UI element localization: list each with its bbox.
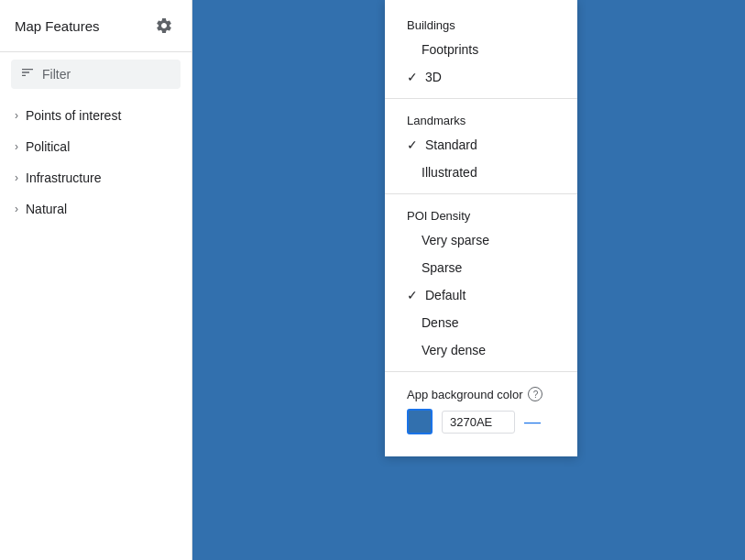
sidebar-item-infrastructure[interactable]: › Infrastructure — [0, 162, 192, 193]
app-bg-section: App background color ? — — [385, 379, 577, 442]
filter-icon — [20, 65, 35, 83]
check-icon-standard: ✓ — [407, 137, 418, 152]
nav-label-political: Political — [26, 139, 70, 154]
color-row: — — [407, 409, 555, 434]
check-icon-3d: ✓ — [407, 70, 418, 84]
sparse-label: Sparse — [422, 260, 462, 275]
color-reset-button[interactable]: — — [524, 413, 541, 430]
standard-label: Standard — [425, 137, 477, 152]
footprints-label: Footprints — [422, 42, 478, 57]
sidebar-item-political[interactable]: › Political — [0, 131, 192, 162]
sidebar: Map Features Filter › Points of interest… — [0, 0, 192, 560]
app-bg-label: App background color — [407, 388, 522, 401]
color-input[interactable] — [442, 411, 515, 434]
check-icon-default: ✓ — [407, 288, 418, 302]
very-sparse-label: Very sparse — [422, 233, 489, 247]
chevron-icon: › — [15, 171, 18, 184]
filter-label: Filter — [42, 67, 71, 82]
filter-bar[interactable]: Filter — [11, 60, 181, 89]
sidebar-title: Map Features — [15, 18, 100, 34]
divider-2 — [385, 193, 577, 194]
section-label-buildings: Buildings — [385, 11, 577, 36]
nav-label-infrastructure: Infrastructure — [26, 170, 101, 185]
menu-item-very-sparse[interactable]: Very sparse — [385, 226, 577, 254]
menu-item-very-dense[interactable]: Very dense — [385, 336, 577, 364]
menu-item-footprints[interactable]: Footprints — [385, 36, 577, 63]
color-swatch[interactable] — [407, 409, 433, 434]
chevron-icon: › — [15, 109, 18, 122]
dense-label: Dense — [422, 315, 458, 330]
chevron-icon: › — [15, 203, 18, 215]
menu-item-standard[interactable]: ✓ Standard — [385, 131, 577, 159]
illustrated-label: Illustrated — [422, 165, 477, 180]
section-label-landmarks: Landmarks — [385, 106, 577, 131]
sidebar-header: Map Features — [0, 0, 192, 52]
chevron-icon: › — [15, 140, 18, 153]
section-label-poi-density: POI Density — [385, 202, 577, 226]
nav-list: › Points of interest › Political › Infra… — [0, 96, 192, 228]
3d-label: 3D — [425, 70, 442, 84]
default-label: Default — [425, 288, 466, 302]
menu-item-illustrated[interactable]: Illustrated — [385, 159, 577, 186]
menu-item-sparse[interactable]: Sparse — [385, 254, 577, 281]
dropdown-panel: Buildings Footprints ✓ 3D Landmarks ✓ St… — [385, 0, 577, 456]
app-bg-label-row: App background color ? — [407, 387, 555, 401]
help-icon[interactable]: ? — [528, 387, 542, 401]
menu-item-dense[interactable]: Dense — [385, 309, 577, 336]
sidebar-item-poi[interactable]: › Points of interest — [0, 100, 192, 131]
sidebar-item-natural[interactable]: › Natural — [0, 193, 192, 225]
menu-item-default[interactable]: ✓ Default — [385, 281, 577, 309]
divider-1 — [385, 98, 577, 99]
nav-label-poi: Points of interest — [26, 108, 121, 123]
map-area: C Buildings Footprints ✓ 3D Landmarks ✓ … — [192, 0, 745, 560]
divider-3 — [385, 371, 577, 372]
gear-button[interactable] — [151, 13, 177, 38]
gear-icon — [155, 16, 173, 35]
menu-item-3d[interactable]: ✓ 3D — [385, 63, 577, 91]
nav-label-natural: Natural — [26, 202, 67, 216]
very-dense-label: Very dense — [422, 343, 486, 357]
